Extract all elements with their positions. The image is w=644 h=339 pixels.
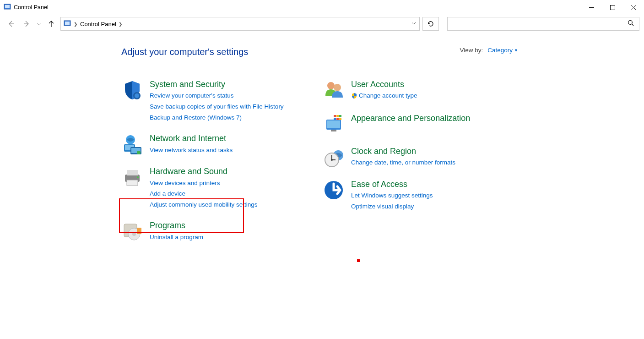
- category-link[interactable]: Let Windows suggest settings: [351, 191, 433, 201]
- viewby-dropdown[interactable]: Category ▼: [487, 47, 518, 54]
- category-title[interactable]: Appearance and Personalization: [351, 113, 470, 124]
- svg-rect-10: [65, 22, 70, 25]
- view-by: View by: Category ▼: [460, 47, 518, 54]
- printer-icon[interactable]: [121, 166, 143, 188]
- category-title[interactable]: Network and Internet: [150, 133, 233, 144]
- category-link[interactable]: Change date, time, or number formats: [351, 158, 455, 168]
- category-title[interactable]: System and Security: [150, 79, 284, 90]
- category-link[interactable]: Optimize visual display: [351, 202, 433, 212]
- search-box[interactable]: [447, 17, 639, 31]
- category-link[interactable]: Uninstall a program: [150, 232, 203, 242]
- category-system-security: System and Security Review your computer…: [121, 79, 304, 122]
- programs-icon[interactable]: [121, 220, 143, 242]
- breadcrumb-sep: ❯: [74, 22, 77, 27]
- titlebar: Control Panel: [0, 0, 644, 15]
- category-link[interactable]: Adjust commonly used mobility settings: [150, 200, 258, 210]
- network-icon[interactable]: [121, 133, 143, 155]
- address-dropdown[interactable]: [411, 21, 417, 27]
- breadcrumb-sep: ❯: [119, 22, 122, 27]
- svg-rect-35: [336, 115, 339, 117]
- back-button[interactable]: [5, 17, 17, 30]
- svg-rect-38: [336, 118, 339, 120]
- svg-rect-28: [137, 228, 141, 234]
- svg-point-11: [628, 21, 633, 25]
- svg-rect-37: [334, 118, 336, 120]
- up-button[interactable]: [45, 17, 58, 30]
- uac-shield-icon: [351, 92, 357, 102]
- category-title[interactable]: Hardware and Sound: [150, 166, 258, 177]
- svg-rect-3: [610, 5, 615, 10]
- category-link[interactable]: View devices and printers: [150, 178, 258, 188]
- caret-down-icon: ▼: [514, 48, 518, 53]
- category-appearance: Appearance and Personalization: [323, 113, 497, 135]
- user-accounts-icon[interactable]: [323, 79, 345, 101]
- svg-rect-36: [339, 115, 341, 117]
- category-title[interactable]: Clock and Region: [351, 146, 455, 157]
- breadcrumb: Control Panel ❯: [80, 21, 408, 27]
- address-bar[interactable]: ❯ Control Panel ❯: [60, 17, 420, 31]
- svg-point-29: [327, 82, 335, 89]
- annotation-dot: [357, 259, 360, 262]
- svg-rect-23: [127, 180, 138, 186]
- right-column: User Accounts Change account type: [323, 79, 497, 253]
- maximize-button[interactable]: [602, 0, 623, 15]
- category-programs: Programs Uninstall a program: [121, 220, 304, 242]
- svg-rect-33: [331, 130, 336, 131]
- svg-rect-1: [5, 5, 10, 8]
- navbar: ❯ Control Panel ❯: [0, 15, 644, 33]
- category-link-text: Change account type: [359, 92, 417, 99]
- category-user-accounts: User Accounts Change account type: [323, 79, 497, 102]
- svg-line-12: [632, 24, 634, 26]
- refresh-button[interactable]: [422, 17, 439, 31]
- shield-icon[interactable]: [121, 79, 143, 101]
- page-heading: Adjust your computer's settings: [121, 47, 644, 57]
- clock-icon[interactable]: [323, 146, 345, 168]
- category-title[interactable]: User Accounts: [351, 79, 417, 90]
- ease-of-access-icon[interactable]: [323, 179, 345, 201]
- window-title: Control Panel: [14, 4, 49, 11]
- category-columns: System and Security Review your computer…: [121, 79, 644, 253]
- category-link[interactable]: View network status and tasks: [150, 145, 233, 155]
- category-title[interactable]: Ease of Access: [351, 179, 433, 190]
- breadcrumb-root[interactable]: Control Panel: [80, 21, 116, 27]
- window-controls: [581, 0, 644, 15]
- appearance-icon[interactable]: [323, 113, 345, 135]
- svg-point-20: [137, 151, 141, 154]
- recent-dropdown[interactable]: [36, 17, 42, 30]
- category-title[interactable]: Programs: [150, 220, 203, 231]
- svg-rect-34: [334, 115, 336, 117]
- svg-point-14: [135, 93, 139, 98]
- left-column: System and Security Review your computer…: [121, 79, 304, 253]
- address-icon: [64, 20, 71, 28]
- svg-rect-39: [339, 118, 341, 120]
- search-icon: [628, 20, 634, 28]
- content: Adjust your computer's settings View by:…: [0, 33, 644, 253]
- svg-point-30: [334, 84, 341, 91]
- category-link[interactable]: Backup and Restore (Windows 7): [150, 113, 284, 123]
- svg-point-44: [331, 159, 333, 161]
- category-clock-region: Clock and Region Change date, time, or n…: [323, 146, 497, 168]
- category-ease-of-access: Ease of Access Let Windows suggest setti…: [323, 179, 497, 212]
- viewby-label: View by:: [460, 47, 483, 54]
- svg-point-24: [137, 176, 139, 178]
- search-input[interactable]: [452, 21, 628, 27]
- svg-point-27: [132, 232, 136, 236]
- close-button[interactable]: [623, 0, 644, 15]
- minimize-button[interactable]: [581, 0, 602, 15]
- forward-button[interactable]: [20, 17, 33, 30]
- viewby-value-text: Category: [487, 47, 513, 54]
- svg-rect-22: [127, 170, 138, 175]
- titlebar-left: Control Panel: [4, 3, 49, 12]
- category-network: Network and Internet View network status…: [121, 133, 304, 155]
- category-link[interactable]: Review your computer's status: [150, 91, 284, 101]
- category-hardware-sound: Hardware and Sound View devices and prin…: [121, 166, 304, 209]
- svg-rect-32: [327, 120, 340, 128]
- category-link[interactable]: Save backup copies of your files with Fi…: [150, 102, 284, 112]
- category-link[interactable]: Add a device: [150, 189, 258, 199]
- category-link[interactable]: Change account type: [351, 91, 417, 102]
- app-icon: [4, 3, 11, 12]
